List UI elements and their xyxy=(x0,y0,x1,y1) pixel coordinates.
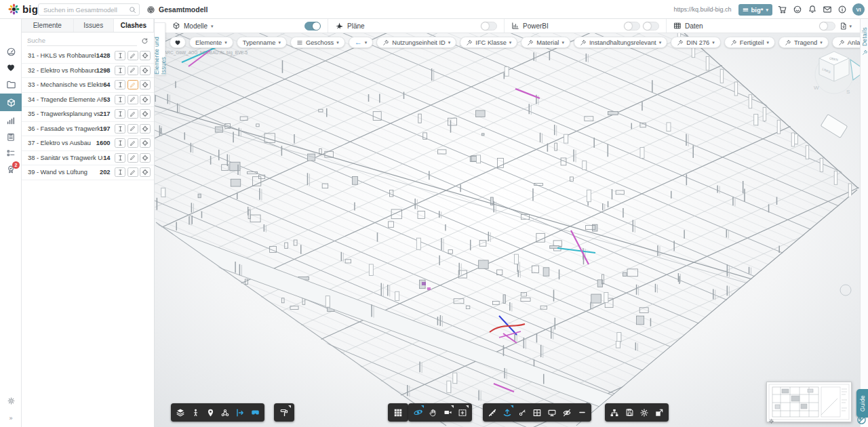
minimap-floorplan[interactable] xyxy=(766,382,852,422)
mail-icon[interactable] xyxy=(823,5,832,14)
export-document-button[interactable]: ▾ xyxy=(840,22,852,30)
powerbi-toggle[interactable] xyxy=(643,22,659,30)
split-view-tool[interactable] xyxy=(530,403,545,422)
fly-tool[interactable] xyxy=(500,403,515,422)
navigation-cube[interactable]: W S OBEN LINKS xyxy=(807,46,860,103)
chevron-down-icon[interactable]: ▾ xyxy=(211,24,214,28)
clash-info-button[interactable] xyxy=(115,95,125,104)
clash-edit-button[interactable] xyxy=(127,167,138,177)
support-icon[interactable] xyxy=(793,5,802,14)
measure-tool[interactable] xyxy=(485,403,500,422)
clash-edit-button[interactable] xyxy=(127,80,138,89)
clash-isolate-button[interactable] xyxy=(140,167,151,177)
rail-item-projects[interactable] xyxy=(0,76,22,92)
filter-pill[interactable]: DIN 276 ▾ xyxy=(671,37,721,48)
clash-list-item[interactable]: 38 - Sanitär vs Tragwerk Untergeschosse … xyxy=(22,151,154,166)
pan-hand-tool[interactable] xyxy=(425,403,440,422)
filter-nav-back[interactable]: ← ▾ xyxy=(349,37,374,48)
clash-list-item[interactable]: 37 - Elektro vs Ausbau 1600 xyxy=(22,136,154,151)
guide-vertical-tab[interactable]: Guide xyxy=(856,389,868,418)
clash-list-item[interactable]: 33 - Mechanische vs Elektrische TGA 64 xyxy=(22,78,154,93)
rail-item-documents[interactable] xyxy=(0,129,22,145)
clash-search-input[interactable] xyxy=(27,35,137,46)
plaene-toggle[interactable] xyxy=(481,22,497,30)
app-logo[interactable]: big xyxy=(8,3,38,15)
clash-info-button[interactable] xyxy=(115,138,125,148)
clash-edit-button[interactable] xyxy=(127,109,138,119)
clash-info-button[interactable] xyxy=(115,124,125,134)
clash-isolate-button[interactable] xyxy=(140,124,151,134)
details-vertical-tab[interactable]: Details xyxy=(861,27,868,56)
info-icon[interactable] xyxy=(837,5,847,14)
filter-pill[interactable]: Anlagenstrang ▾ xyxy=(832,37,860,48)
modelle-toggle[interactable] xyxy=(304,22,321,30)
vr-goggles-tool[interactable] xyxy=(248,403,262,422)
clash-edit-button[interactable] xyxy=(127,95,138,104)
paint-roller-tool[interactable] xyxy=(276,403,292,422)
walk-person-tool[interactable] xyxy=(188,403,203,422)
hide-elements-tool[interactable] xyxy=(559,403,574,422)
collapse-line-tool[interactable] xyxy=(574,403,589,422)
clash-info-button[interactable] xyxy=(115,80,125,89)
clash-isolate-button[interactable] xyxy=(140,66,151,75)
filter-pill[interactable]: Nutzungseinheit ID ▾ xyxy=(376,37,456,48)
model-network-tool[interactable] xyxy=(218,403,233,422)
filter-pill[interactable]: Typenname ▾ xyxy=(237,37,287,48)
global-search-input[interactable] xyxy=(38,3,140,16)
current-model[interactable]: Gesamtmodell xyxy=(146,0,208,19)
clash-info-button[interactable] xyxy=(115,51,125,60)
clash-list-item[interactable]: 35 - Tragwerksplanung vs Sanitär 217 xyxy=(22,107,154,122)
refresh-icon[interactable] xyxy=(141,37,149,45)
rail-item-dashboard[interactable] xyxy=(0,43,22,60)
clash-isolate-button[interactable] xyxy=(140,95,151,104)
fullscreen-tool[interactable] xyxy=(652,403,667,422)
camera-tool[interactable] xyxy=(440,403,455,422)
powerbi-toggle[interactable] xyxy=(624,22,640,30)
settings-tool[interactable] xyxy=(637,403,652,422)
layers-tool[interactable] xyxy=(173,403,188,422)
location-pin-tool[interactable] xyxy=(203,403,218,422)
clash-info-button[interactable] xyxy=(115,109,125,119)
workspace-button[interactable]: big* ▾ xyxy=(738,4,772,16)
clash-list-item[interactable]: 39 - Wand vs Lüftung 202 xyxy=(22,165,154,180)
clash-isolate-button[interactable] xyxy=(140,153,151,163)
bell-icon[interactable] xyxy=(808,5,817,14)
favorites-filter-button[interactable] xyxy=(170,37,186,48)
clash-isolate-button[interactable] xyxy=(140,138,151,148)
clash-edit-button[interactable] xyxy=(127,124,138,134)
minimap-settings-icon[interactable] xyxy=(768,418,774,424)
save-view-tool[interactable] xyxy=(622,403,637,422)
filter-pill[interactable]: Geschoss ▾ xyxy=(290,37,345,48)
tab-issues[interactable]: Issues xyxy=(74,19,114,32)
filter-pill[interactable]: Elemente ▾ xyxy=(189,37,233,48)
rail-item-awards[interactable]: 2 xyxy=(0,161,22,178)
viewpoint-tool[interactable] xyxy=(545,403,559,422)
clash-edit-button[interactable] xyxy=(127,153,138,163)
clash-edit-button[interactable] xyxy=(127,138,138,148)
clash-isolate-button[interactable] xyxy=(140,80,151,89)
filter-pill[interactable]: Material ▾ xyxy=(521,37,570,48)
clash-list-item[interactable]: 36 - Fassade vs Tragwerksplanung 197 xyxy=(22,122,154,137)
clash-edit-button[interactable] xyxy=(127,51,138,60)
clash-list-item[interactable]: 31 - HKLS vs Rohbaurelevant 1428 xyxy=(22,49,154,64)
rail-collapse-button[interactable]: » xyxy=(9,415,12,422)
filter-pill[interactable]: IFC Klasse ▾ xyxy=(460,37,517,48)
clash-isolate-button[interactable] xyxy=(140,51,151,60)
model-viewport-3d[interactable]: ARC_GbW_4OG_NEUBAU.ifc, big_BVE-5 Modell… xyxy=(155,19,860,427)
filter-pill[interactable]: Instandhaltungsrelevant ▾ xyxy=(574,37,667,48)
clash-list-item[interactable]: 32 - Elektro vs Rohbaurelevant 1298 xyxy=(22,64,154,79)
tab-clashes[interactable]: Clashes xyxy=(114,19,154,32)
rail-item-favorites[interactable] xyxy=(0,60,22,76)
elements-issues-vertical-tab[interactable]: Elemente und Issues xyxy=(155,22,165,75)
filter-pill[interactable]: Fertigteil ▾ xyxy=(724,37,775,48)
hierarchy-tool[interactable] xyxy=(607,403,622,422)
rail-item-checklists[interactable] xyxy=(0,145,22,161)
clash-info-button[interactable] xyxy=(115,167,125,177)
cart-icon[interactable] xyxy=(778,5,787,14)
filter-pill[interactable]: Tragend ▾ xyxy=(778,37,829,48)
clash-edit-button[interactable] xyxy=(127,66,138,75)
wireframe-model-scene[interactable]: ARC_GbW_4OG_NEUBAU.ifc, big_BVE-5 xyxy=(155,19,860,427)
daten-toggle[interactable] xyxy=(819,22,835,30)
global-search[interactable] xyxy=(38,3,140,16)
probe-tool[interactable] xyxy=(515,403,530,422)
